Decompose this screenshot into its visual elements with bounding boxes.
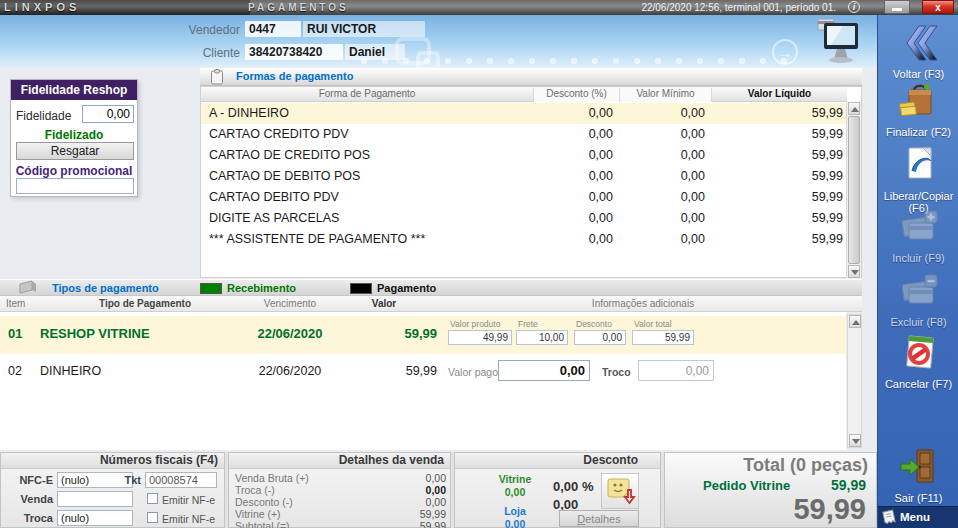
remove-cards-icon (897, 271, 941, 311)
sair-button[interactable]: Sair (F11) (878, 447, 958, 504)
discount-note-icon (602, 474, 638, 508)
vendedor-name-field: RUI VICTOR (303, 21, 425, 37)
desconto-loja: Loja 0,00 (485, 505, 545, 528)
total-panel: Total (0 peças) Pedido Vitrine 59,99 59,… (664, 452, 877, 528)
emitir-nfe-label: Emitir NF-e (162, 494, 215, 506)
desconto-panel: Desconto Vitrine 0,00 0,00 % 0,00 Loja (454, 452, 661, 528)
valor-total-label: Valor total (634, 319, 672, 329)
payment-method-row[interactable]: CARTAO DE CREDITO POS 0,00 0,00 59,99 (201, 145, 847, 166)
valor-produto-input[interactable] (448, 330, 512, 345)
fidelidade-field-label: Fidelidade (16, 109, 71, 123)
payment-method-row[interactable]: CARTAO CREDITO PDV 0,00 0,00 59,99 (201, 124, 847, 145)
action-sidebar: Voltar (F3) Finalizar (F2) Liberar/Copia… (877, 15, 958, 528)
troca-label: Troca (9, 512, 53, 524)
valor-total-input[interactable] (632, 330, 694, 345)
payment-entry-row-selected[interactable]: 01 RESHOP VITRINE 22/06/2020 59,99 Valor… (0, 316, 846, 354)
frete-input[interactable] (516, 330, 568, 345)
payment-entries-table: 01 RESHOP VITRINE 22/06/2020 59,99 Valor… (0, 312, 846, 450)
payment-table-header: Forma de Pagamento Desconto (%) Valor Mí… (201, 87, 847, 102)
desconto-adic-input[interactable] (574, 330, 626, 345)
frete-label: Frete (518, 319, 538, 329)
resgatar-button[interactable]: Resgatar (16, 142, 134, 160)
cliente-code-field[interactable]: 38420738420 (245, 44, 343, 60)
detail-row: Venda Bruta (+) 0,00 (235, 472, 446, 484)
minimize-button[interactable] (884, 0, 910, 14)
menu-fiscal-button[interactable]: Menu fiscal (878, 506, 958, 528)
liberar-copiar-button[interactable]: Liberar/Copiar (F6) (878, 145, 958, 214)
col-valor: Valor (330, 298, 438, 309)
troca-input[interactable] (57, 510, 133, 526)
fidelidade-panel-title: Fidelidade Reshop (11, 80, 137, 100)
payment-table-scrollbar[interactable] (846, 102, 861, 278)
desconto-title: Desconto (455, 453, 660, 469)
payment-method-row[interactable]: *** ASSISTENTE DE PAGAMENTO *** 0,00 0,0… (201, 229, 847, 250)
exit-door-icon (897, 447, 941, 487)
recebimento-swatch (200, 283, 222, 294)
tipos-section-title: Tipos de pagamento (52, 282, 159, 294)
tkt-input[interactable] (145, 472, 217, 488)
payment-method-row[interactable]: CARTAO DE DEBITO POS 0,00 0,00 59,99 (201, 166, 847, 187)
total-title: Total (0 peças) (743, 455, 868, 476)
fidelidade-value-input[interactable] (82, 105, 134, 123)
payment-methods-table: Forma de Pagamento Desconto (%) Valor Mí… (200, 86, 862, 278)
voltar-button[interactable]: Voltar (F3) (878, 23, 958, 80)
arrow-circle-icon: → (772, 39, 798, 65)
col-desconto: Desconto (%) (533, 88, 619, 102)
scroll-up-icon[interactable] (849, 315, 861, 328)
close-button[interactable]: x (922, 0, 954, 14)
detail-row: Troca (-) 0,00 (235, 484, 446, 496)
excluir-button[interactable]: Excluir (F8) (878, 271, 958, 328)
payment-method-row[interactable]: DIGITE AS PARCELAS 0,00 0,00 59,99 (201, 208, 847, 229)
scroll-down-icon[interactable] (849, 434, 861, 447)
venda-input[interactable] (57, 491, 133, 507)
receipt-icon (880, 509, 898, 527)
header-band: Vendedor 0447 RUI VICTOR Cliente 3842073… (0, 15, 958, 67)
nfce-label: NFC-E (9, 474, 53, 486)
troco-input[interactable] (638, 360, 714, 381)
finalizar-button[interactable]: Finalizar (F2) (878, 81, 958, 138)
cancelar-button[interactable]: Cancelar (F7) (878, 333, 958, 390)
desconto-percent: 0,00 % (553, 479, 593, 494)
linx-pos-window: LINXPOS PAGAMENTOS 22/06/2020 12:56, ter… (0, 0, 958, 528)
desconto-button[interactable] (601, 473, 639, 509)
payment-method-row-selected[interactable]: A - DINHEIRO 0,00 0,00 59,99 (201, 103, 847, 124)
incluir-button[interactable]: Incluir (F9) (878, 207, 958, 264)
vendedor-code-field[interactable]: 0447 (245, 21, 301, 37)
detalhes-venda-title: Detalhes da venda (229, 453, 450, 469)
desconto-vitrine: Vitrine 0,00 (485, 473, 545, 499)
emitir-nfe-checkbox[interactable] (147, 512, 158, 523)
valor-pago-input[interactable] (498, 360, 590, 381)
valor-produto-label: Valor produto (450, 319, 500, 329)
total-value: 59,99 (793, 493, 866, 526)
scroll-down-icon[interactable] (848, 265, 860, 278)
detail-row: Desconto (-) 0,00 (235, 496, 446, 508)
pedido-vitrine-value: 59,99 (831, 477, 866, 493)
pedido-vitrine-label: Pedido Vitrine (703, 478, 790, 493)
payment-method-row[interactable]: CARTAO DEBITO PDV 0,00 0,00 59,99 (201, 187, 847, 208)
cliente-label: Cliente (180, 46, 240, 60)
detail-row: Vitrine (+) 59,99 (235, 508, 446, 520)
info-icon[interactable]: i (848, 1, 860, 13)
clipboard-icon (210, 69, 224, 85)
col-informacoes-adicionais: Informações adicionais (440, 298, 846, 309)
col-forma-pagamento: Forma de Pagamento (201, 88, 533, 99)
monitor-icon (810, 17, 862, 67)
numeros-fiscais-title: Números fiscais (F4) (1, 453, 224, 469)
session-status: 22/06/2020 12:56, terminal 001, período … (641, 2, 836, 13)
emitir-nfe-checkbox[interactable] (147, 493, 158, 504)
col-valor-liquido: Valor Líquido (711, 88, 847, 102)
scroll-up-icon[interactable] (848, 102, 860, 115)
emitir-nfe-label: Emitir NF-e (162, 513, 215, 525)
formas-section-bar: Formas de pagamento (200, 68, 862, 86)
detalhes-button[interactable]: DDetalhesetalhes (559, 510, 639, 527)
desconto-adic-label: Desconto (576, 319, 612, 329)
entries-table-scrollbar[interactable] (847, 314, 862, 448)
codigo-promocional-input[interactable] (16, 178, 134, 194)
bottom-summary-area: Números fiscais (F4) NFC-E Tkt Venda Emi… (0, 452, 877, 528)
detalhes-venda-panel: Detalhes da venda Venda Bruta (+) 0,00 T… (228, 452, 451, 528)
col-item: Item (6, 298, 25, 309)
tipos-table-header: Item Tipo de Pagamento Vencimento Valor … (0, 296, 862, 312)
recebimento-label: Recebimento (227, 282, 296, 294)
payment-entry-row[interactable]: 02 DINHEIRO 22/06/2020 59,99 Valor pago … (0, 356, 846, 386)
tipos-legend-bar: Tipos de pagamento Recebimento Pagamento (0, 279, 862, 296)
